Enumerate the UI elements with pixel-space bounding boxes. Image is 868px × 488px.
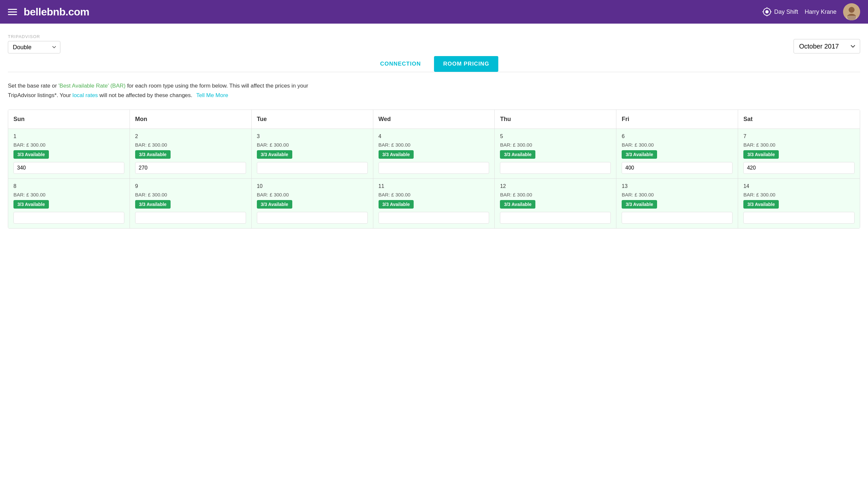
month-selector-section: October 2017 November 2017 December 2017 <box>794 39 860 54</box>
bar-9: BAR: £ 300.00 <box>135 192 246 197</box>
date-3: 3 <box>257 133 368 139</box>
date-4: 4 <box>378 133 490 139</box>
avail-badge-3: 3/3 Available <box>257 150 292 159</box>
price-input-8[interactable] <box>13 212 124 224</box>
avail-badge-10: 3/3 Available <box>257 200 292 208</box>
avail-badge-11: 3/3 Available <box>378 200 414 208</box>
price-input-10[interactable] <box>257 212 368 224</box>
avail-badge-7: 3/3 Available <box>743 150 779 159</box>
avail-badge-2: 3/3 Available <box>135 150 170 159</box>
cal-cell-8: 8 BAR: £ 300.00 3/3 Available <box>8 179 130 228</box>
bar-10: BAR: £ 300.00 <box>257 192 368 197</box>
cal-cell-14: 14 BAR: £ 300.00 3/3 Available <box>738 179 860 228</box>
main-content: TRIPADVISOR Double Single Suite Deluxe O… <box>0 24 868 229</box>
bar-6: BAR: £ 300.00 <box>622 142 733 148</box>
desc-bar-highlight: 'Best Available Rate' (BAR) <box>58 83 126 89</box>
room-selector-section: TRIPADVISOR Double Single Suite Deluxe <box>8 34 60 54</box>
avail-badge-5: 3/3 Available <box>500 150 535 159</box>
price-input-11[interactable] <box>378 212 490 224</box>
cal-cell-2: 2 BAR: £ 300.00 3/3 Available <box>130 129 252 178</box>
desc-part1: Set the base rate or <box>8 83 58 89</box>
tab-room-pricing[interactable]: ROOM PRICING <box>434 56 498 72</box>
tell-me-more-link[interactable]: Tell Me More <box>196 92 228 98</box>
avail-badge-1: 3/3 Available <box>13 150 49 159</box>
day-shift-toggle[interactable]: Day Shift <box>763 7 798 17</box>
day-shift-label: Day Shift <box>774 8 798 15</box>
hamburger-menu[interactable] <box>8 9 17 15</box>
cal-header-sat: Sat <box>738 110 860 129</box>
calendar-header: Sun Mon Tue Wed Thu Fri Sat <box>8 110 860 129</box>
date-8: 8 <box>13 183 124 189</box>
price-input-14[interactable] <box>743 212 855 224</box>
avail-badge-12: 3/3 Available <box>500 200 535 208</box>
price-input-1[interactable] <box>13 162 124 174</box>
desc-part3: will not be affected by these changes. <box>98 92 192 98</box>
date-12: 12 <box>500 183 611 189</box>
top-bar: TRIPADVISOR Double Single Suite Deluxe O… <box>8 34 860 54</box>
date-5: 5 <box>500 133 611 139</box>
price-input-13[interactable] <box>622 212 733 224</box>
bar-12: BAR: £ 300.00 <box>500 192 611 197</box>
date-6: 6 <box>622 133 733 139</box>
tab-connection[interactable]: CONNECTION <box>370 56 431 72</box>
local-rates-link[interactable]: local rates <box>72 92 98 98</box>
price-input-3[interactable] <box>257 162 368 174</box>
calendar-week-1: 1 BAR: £ 300.00 3/3 Available 2 BAR: £ 3… <box>8 129 860 179</box>
cal-header-wed: Wed <box>373 110 495 129</box>
price-input-2[interactable] <box>135 162 246 174</box>
cal-cell-5: 5 BAR: £ 300.00 3/3 Available <box>495 129 616 178</box>
cal-cell-3: 3 BAR: £ 300.00 3/3 Available <box>252 129 373 178</box>
avail-badge-13: 3/3 Available <box>622 200 657 208</box>
bar-3: BAR: £ 300.00 <box>257 142 368 148</box>
bar-8: BAR: £ 300.00 <box>13 192 124 197</box>
bar-2: BAR: £ 300.00 <box>135 142 246 148</box>
bar-11: BAR: £ 300.00 <box>378 192 490 197</box>
svg-rect-9 <box>846 16 857 20</box>
date-10: 10 <box>257 183 368 189</box>
bar-1: BAR: £ 300.00 <box>13 142 124 148</box>
price-input-5[interactable] <box>500 162 611 174</box>
date-9: 9 <box>135 183 246 189</box>
description-text: Set the base rate or 'Best Available Rat… <box>8 82 860 100</box>
cal-cell-9: 9 BAR: £ 300.00 3/3 Available <box>130 179 252 228</box>
price-input-12[interactable] <box>500 212 611 224</box>
room-type-select[interactable]: Double Single Suite Deluxe <box>8 41 60 54</box>
price-input-6[interactable] <box>622 162 733 174</box>
bar-13: BAR: £ 300.00 <box>622 192 733 197</box>
date-2: 2 <box>135 133 246 139</box>
calendar: Sun Mon Tue Wed Thu Fri Sat 1 BAR: £ 300… <box>8 109 860 229</box>
logo: bellebnb.com <box>24 6 89 18</box>
bar-14: BAR: £ 300.00 <box>743 192 855 197</box>
date-11: 11 <box>378 183 490 189</box>
cal-cell-7: 7 BAR: £ 300.00 3/3 Available <box>738 129 860 178</box>
avail-badge-6: 3/3 Available <box>622 150 657 159</box>
cal-cell-1: 1 BAR: £ 300.00 3/3 Available <box>8 129 130 178</box>
cal-cell-11: 11 BAR: £ 300.00 3/3 Available <box>373 179 495 228</box>
cal-cell-4: 4 BAR: £ 300.00 3/3 Available <box>373 129 495 178</box>
header: bellebnb.com Day Shift Harry Krane <box>0 0 868 24</box>
date-14: 14 <box>743 183 855 189</box>
bar-5: BAR: £ 300.00 <box>500 142 611 148</box>
cal-cell-13: 13 BAR: £ 300.00 3/3 Available <box>616 179 738 228</box>
avail-badge-4: 3/3 Available <box>378 150 414 159</box>
cal-header-tue: Tue <box>252 110 373 129</box>
bar-4: BAR: £ 300.00 <box>378 142 490 148</box>
avail-badge-8: 3/3 Available <box>13 200 49 208</box>
avail-badge-9: 3/3 Available <box>135 200 170 208</box>
bar-7: BAR: £ 300.00 <box>743 142 855 148</box>
header-left: bellebnb.com <box>8 6 89 18</box>
avail-badge-14: 3/3 Available <box>743 200 779 208</box>
avatar <box>843 3 860 20</box>
cal-header-sun: Sun <box>8 110 130 129</box>
date-13: 13 <box>622 183 733 189</box>
price-input-9[interactable] <box>135 212 246 224</box>
tripadvisor-label: TRIPADVISOR <box>8 34 60 39</box>
calendar-week-2: 8 BAR: £ 300.00 3/3 Available 9 BAR: £ 3… <box>8 179 860 228</box>
month-select[interactable]: October 2017 November 2017 December 2017 <box>794 39 860 54</box>
cal-cell-12: 12 BAR: £ 300.00 3/3 Available <box>495 179 616 228</box>
sun-icon <box>763 7 772 17</box>
price-input-4[interactable] <box>378 162 490 174</box>
cal-header-fri: Fri <box>616 110 738 129</box>
cal-cell-6: 6 BAR: £ 300.00 3/3 Available <box>616 129 738 178</box>
price-input-7[interactable] <box>743 162 855 174</box>
